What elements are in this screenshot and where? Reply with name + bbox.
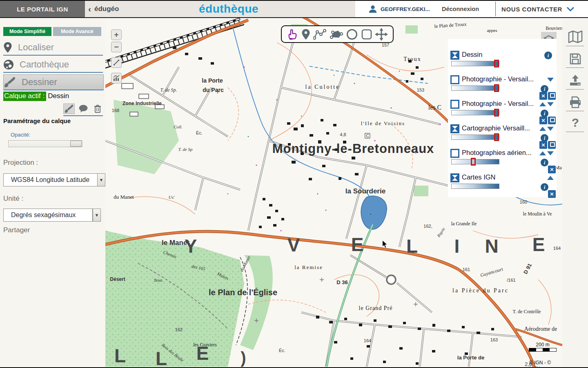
left-sidebar: Mode Simplifié Mode Avancé Localiser Car… (0, 18, 105, 368)
back-to-edugeo[interactable]: ‹ édugéo (88, 1, 119, 17)
layer-opacity-handle[interactable] (471, 158, 476, 166)
contact-menu[interactable]: NOUS CONTACTER (501, 1, 575, 17)
sidebar-item-localiser[interactable]: Localiser (3, 40, 103, 56)
active-layer-label: Calque actif : (3, 92, 46, 101)
unit-select-arrow[interactable]: ▼ (93, 209, 101, 222)
print-button[interactable] (567, 94, 584, 110)
zoom-in-button[interactable]: + (111, 29, 122, 40)
polygon-tool[interactable] (329, 29, 343, 40)
opacity-slider[interactable] (8, 140, 82, 147)
layer-opacity-slider[interactable] (451, 61, 499, 66)
remove-layer-button[interactable]: ✕ (548, 166, 556, 173)
layer-opacity-slider[interactable] (451, 85, 499, 91)
layer-opacity-handle[interactable] (494, 84, 499, 92)
user-name: GEOFFREY.GEKI... (381, 6, 430, 12)
layer-visibility-checkbox[interactable] (450, 124, 459, 133)
comment-tool-button[interactable] (78, 104, 89, 114)
remove-layer-button[interactable]: ✕ (539, 92, 547, 100)
point-tool[interactable] (301, 29, 310, 40)
chart-button[interactable] (111, 73, 122, 83)
upload-button[interactable] (567, 72, 584, 89)
layer-visibility-checkbox[interactable] (450, 51, 459, 60)
scale-bar (529, 348, 557, 352)
layer-opacity-handle[interactable] (494, 133, 499, 141)
move-up-icon[interactable] (539, 151, 546, 155)
move-up-icon[interactable] (547, 176, 554, 180)
sidebar-item-cartotheque[interactable]: Cartothèque (3, 57, 103, 73)
info-icon[interactable]: i (541, 159, 548, 166)
save-button[interactable] (567, 51, 584, 67)
layer-visibility-checkbox[interactable] (450, 173, 459, 182)
sidebar-item-dessiner[interactable]: Dessiner (3, 74, 104, 90)
layer-opacity-handle[interactable] (494, 109, 499, 117)
move-up-icon[interactable] (539, 102, 546, 106)
projection-select-arrow[interactable]: ▼ (97, 173, 105, 186)
expand-layer-button[interactable] (548, 117, 556, 124)
layer-row-photographie-2: Photographie - Versail... i ✕ (448, 99, 557, 123)
expand-layer-button[interactable] (548, 141, 556, 149)
move-down-icon[interactable] (547, 151, 554, 155)
move-down-icon[interactable] (547, 127, 554, 131)
remove-layer-button[interactable]: ✕ (539, 141, 547, 149)
share-link[interactable]: Partager (3, 226, 30, 234)
fullscreen-button[interactable] (111, 57, 122, 68)
header-right: GEOFFREY.GEKI... Déconnexion NOUS CONTAC… (355, 1, 588, 17)
layer-opacity-slider[interactable] (451, 135, 499, 140)
remove-layer-button[interactable]: ✕ (548, 190, 556, 198)
circle-tool[interactable] (346, 28, 358, 40)
move-tool[interactable] (375, 28, 388, 41)
brush-icon (4, 76, 16, 88)
layer-row-cartographie: Cartographie Versaill... i ✕ (448, 124, 557, 148)
toolbar-divider (566, 132, 584, 132)
help-button[interactable]: ? (567, 114, 584, 131)
layer-visibility-checkbox[interactable] (450, 100, 459, 109)
location-pin-icon (3, 42, 12, 53)
portal-ign-button[interactable]: LE PORTAIL IGN (0, 1, 85, 17)
chevron-left-icon: ‹ (88, 4, 91, 14)
brush-icon (64, 104, 74, 113)
active-layer: Calque actif : Dessin (3, 92, 69, 101)
remove-layer-button[interactable]: ✕ (539, 117, 547, 124)
brush-tool-button[interactable] (63, 103, 75, 114)
user-menu[interactable]: GEOFFREY.GEKI... (368, 1, 430, 17)
layer-visibility-checkbox[interactable] (450, 149, 459, 158)
layer-visibility-checkbox[interactable] (450, 75, 459, 84)
delete-tool-button[interactable] (92, 104, 103, 114)
opacity-slider-handle[interactable] (70, 141, 82, 147)
layer-row-cartes-ign: Cartes IGN i ✕ (448, 173, 557, 197)
logout-link[interactable]: Déconnexion (442, 1, 479, 17)
line-tool[interactable] (313, 29, 326, 40)
globe-icon (3, 59, 14, 70)
layer-opacity-slider[interactable] (451, 159, 499, 164)
scale-label: 200 m (536, 342, 549, 348)
layer-name: Cartographie Versaill... (462, 124, 530, 132)
contact-label: NOUS CONTACTER (501, 6, 562, 13)
layer-opacity-slider[interactable] (451, 184, 499, 189)
projection-select[interactable]: WGS84 Longitude Latitude (3, 173, 98, 186)
layer-opacity-handle[interactable] (494, 60, 499, 67)
select-hand-tool[interactable] (286, 28, 298, 40)
layer-row-photographie-1: Photographie - Versail... i ✕ (448, 75, 557, 99)
edutheque-logo[interactable]: éduthèque (199, 2, 258, 16)
upload-icon (569, 74, 582, 87)
info-icon[interactable]: i (541, 183, 548, 191)
layer-params-title: Paramétrage du calque (3, 117, 71, 124)
unit-label: Unité : (3, 195, 23, 203)
expand-layer-button[interactable] (548, 92, 556, 100)
draw-toolbar (281, 25, 394, 43)
move-down-icon[interactable] (547, 102, 554, 106)
unit-select[interactable]: Degrés sexagésimaux (3, 209, 93, 222)
zoom-out-button[interactable]: − (111, 42, 122, 52)
mode-simple-button[interactable]: Mode Simplifié (3, 27, 51, 36)
move-up-icon[interactable] (539, 127, 546, 131)
info-icon[interactable]: i (544, 52, 552, 59)
layers-panel: Dessin i Photographie - Versail... i ✕ P… (448, 39, 557, 197)
map-icon (568, 30, 583, 43)
layer-name: Cartes IGN (462, 173, 496, 181)
mode-advanced-button[interactable]: Mode Avancé (53, 27, 101, 36)
rectangle-tool[interactable] (361, 29, 372, 40)
layer-opacity-slider[interactable] (451, 110, 499, 115)
move-down-icon[interactable] (547, 78, 554, 82)
map-view-button[interactable] (567, 29, 584, 45)
chart-icon (113, 75, 120, 81)
